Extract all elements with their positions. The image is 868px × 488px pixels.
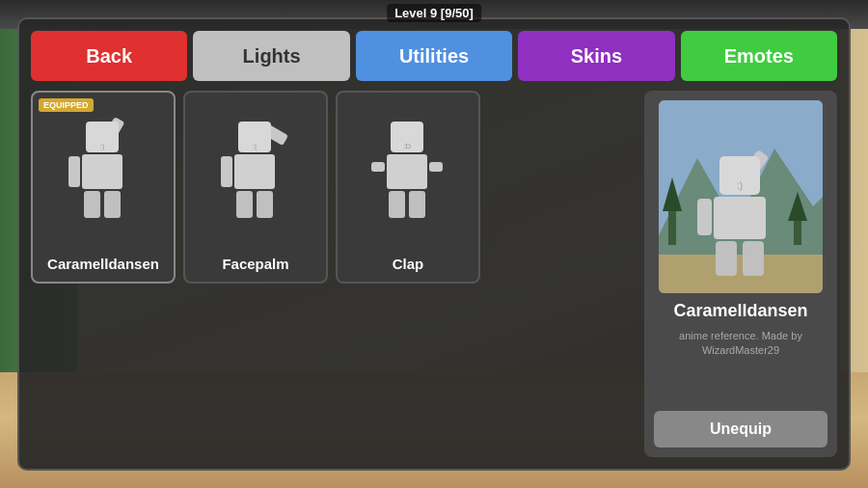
level-indicator: Level 9 [9/50] (387, 4, 481, 22)
lights-button[interactable]: Lights (193, 31, 349, 81)
svg-rect-11 (221, 156, 232, 187)
item-name-caramelldansen: Caramelldansen (47, 256, 159, 272)
detail-panel: :) Caramelldansen anime reference. Made … (644, 91, 837, 457)
utilities-button[interactable]: Utilities (356, 31, 512, 81)
svg-rect-33 (716, 241, 737, 276)
character-figure-clap: :D (369, 112, 447, 228)
svg-text::D: :D (403, 142, 411, 150)
character-figure-caramelldansen: :) (65, 112, 142, 228)
svg-rect-31 (714, 197, 766, 239)
svg-rect-4 (68, 156, 80, 187)
svg-rect-34 (743, 241, 764, 276)
svg-text::|: :| (253, 142, 257, 150)
svg-rect-14 (371, 162, 385, 172)
item-card-clap[interactable]: :D Clap (336, 91, 480, 284)
emotes-button[interactable]: Emotes (681, 31, 837, 81)
items-grid: EQUIPPED :) (31, 91, 635, 457)
svg-rect-23 (668, 206, 676, 245)
equipped-badge: EQUIPPED (39, 98, 94, 112)
svg-rect-18 (387, 154, 427, 189)
svg-rect-13 (257, 191, 273, 218)
content-area: EQUIPPED :) (31, 91, 837, 457)
detail-name: Caramelldansen (673, 301, 807, 321)
svg-text::): :) (100, 142, 105, 150)
svg-rect-32 (697, 199, 712, 235)
svg-rect-6 (104, 191, 121, 218)
item-name-clap: Clap (393, 256, 424, 272)
svg-rect-20 (409, 191, 425, 218)
skins-button[interactable]: Skins (518, 31, 674, 81)
nav-buttons: Back Lights Utilities Skins Emotes (31, 31, 837, 81)
svg-rect-10 (234, 154, 275, 189)
unequip-button[interactable]: Unequip (654, 411, 827, 447)
svg-rect-12 (236, 191, 253, 218)
detail-preview: :) (659, 100, 823, 293)
detail-char: :) (692, 145, 789, 284)
item-card-facepalm[interactable]: :| Facepalm (183, 91, 328, 284)
svg-rect-15 (429, 162, 443, 172)
item-name-facepalm: Facepalm (222, 256, 288, 272)
svg-rect-3 (82, 154, 122, 189)
character-figure-facepalm: :| (217, 112, 294, 228)
svg-text::): :) (737, 180, 743, 191)
svg-rect-5 (84, 191, 100, 218)
back-button[interactable]: Back (31, 31, 187, 81)
detail-description: anime reference. Made by WizardMaster29 (654, 329, 827, 359)
svg-rect-19 (389, 191, 405, 218)
ui-panel: Back Lights Utilities Skins Emotes EQUIP… (17, 17, 851, 471)
item-card-caramelldansen[interactable]: EQUIPPED :) (31, 91, 176, 284)
